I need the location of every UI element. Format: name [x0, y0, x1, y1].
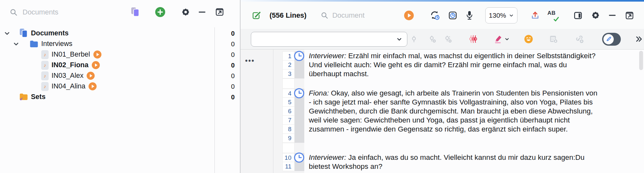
folder-icon: [30, 40, 38, 48]
segment-count: 0: [215, 81, 239, 92]
coding-toolbar: [241, 29, 644, 50]
audio-file-icon: ♪: [41, 71, 49, 80]
edit-document-button[interactable]: [252, 11, 261, 20]
tree-item-label: Sets: [31, 93, 45, 101]
document-browser-toolbar: (556 Lines) 130%: [241, 2, 644, 29]
tree-item-in03-alex[interactable]: ♪IN03_Alex: [0, 70, 214, 81]
code-add-button[interactable]: [428, 35, 436, 43]
line-numbers: 456789: [282, 89, 295, 143]
minimize-panel-button[interactable]: [198, 8, 206, 16]
tree-item-in02-fiona[interactable]: ♪IN02_Fiona: [0, 60, 214, 70]
new-document-button[interactable]: [131, 7, 140, 17]
tree-item-in01-berbel[interactable]: ♪IN01_Berbel: [0, 49, 214, 60]
new-document-icon: [131, 7, 140, 17]
paragraph-text[interactable]: Interviewer: Erzähl mir einfach mal, was…: [304, 51, 598, 78]
side-panel-icon: [573, 11, 582, 20]
sync-time-icon: [430, 10, 440, 20]
document-view: ••• 123Interviewer: Erzähl mir einfach m…: [241, 50, 644, 173]
timestamp-column: [295, 51, 304, 78]
minimize-browser-button[interactable]: [608, 11, 616, 19]
audio-file-icon: ♪: [41, 61, 49, 70]
link-add-button[interactable]: [575, 34, 584, 44]
segment-count: 0: [215, 28, 239, 39]
timestamp-clock-icon[interactable]: [294, 50, 305, 61]
chevron-down-icon[interactable]: [3, 30, 11, 37]
tree-item-interviews[interactable]: Interviews: [0, 39, 214, 49]
microphone-icon: [466, 11, 473, 20]
zoom-value: 130%: [489, 12, 506, 19]
documents-search: [10, 8, 117, 17]
audio-file-icon: ♪: [41, 82, 49, 91]
undock-panel-button[interactable]: [215, 7, 224, 16]
document-search-input[interactable]: [332, 11, 397, 20]
link-add-icon: [575, 34, 584, 44]
spellcheck-button[interactable]: AB: [547, 10, 558, 21]
upload-icon: [531, 11, 540, 20]
smart-coding-button[interactable]: [468, 35, 478, 43]
tree-item-in04-alina[interactable]: ♪IN04_Alina: [0, 81, 214, 92]
documents-icon: [19, 28, 28, 38]
paragraph-text[interactable]: Interviewer: Ja einfach, was du so macht…: [304, 153, 598, 171]
side-panel-button[interactable]: [573, 11, 582, 20]
tree-item-documents[interactable]: Documents: [0, 28, 214, 39]
edit-mode-toggle[interactable]: [602, 33, 621, 46]
line-number: 5: [282, 98, 295, 107]
undock-browser-button[interactable]: [625, 11, 634, 20]
chevrons-right-icon: [635, 35, 643, 43]
line-numbers: 123: [282, 51, 295, 78]
document-browser-panel: (556 Lines) 130%: [241, 0, 644, 173]
documents-search-input[interactable]: [22, 8, 117, 17]
vertical-scrollbar-thumb[interactable]: [639, 51, 643, 70]
segment-count: 0: [215, 39, 239, 49]
timestamp-clock-icon[interactable]: [294, 152, 305, 163]
zoom-dropdown[interactable]: 130%: [485, 7, 517, 23]
memo-add-icon: [549, 34, 558, 44]
add-button[interactable]: [155, 7, 166, 17]
chevron-down-icon[interactable]: [12, 41, 20, 48]
segment-count: 0: [215, 49, 239, 60]
search-icon: [321, 12, 328, 19]
paragraph-text[interactable]: Fiona: Okay, also wie gesagt, ich arbeit…: [304, 89, 598, 143]
export-button[interactable]: [531, 11, 540, 20]
play-icon[interactable]: [93, 50, 101, 59]
smart-coding-icon: [468, 35, 478, 43]
line-number: 1: [282, 51, 295, 60]
emoticode-button[interactable]: [524, 34, 533, 44]
play-icon[interactable]: [87, 72, 95, 80]
sync-media-button[interactable]: [430, 10, 440, 20]
code-in-vivo-button[interactable]: [444, 35, 452, 43]
open-in-new-icon: [625, 11, 634, 20]
segment-count: 0: [215, 60, 239, 70]
dictation-button[interactable]: [466, 11, 473, 20]
code-dropdown[interactable]: [251, 32, 407, 47]
minimize-icon: [198, 8, 206, 16]
memo-add-button[interactable]: [549, 34, 558, 44]
minimize-icon: [608, 11, 616, 19]
timestamp-column-empty: [295, 78, 304, 89]
tree-item-sets[interactable]: Sets: [0, 92, 214, 102]
document-system-panel: DocumentsInterviews♪IN01_Berbel♪IN02_Fio…: [0, 0, 240, 173]
empty-line: [304, 143, 598, 153]
highlight-button[interactable]: [494, 34, 510, 44]
line-number: 6: [282, 107, 295, 116]
browser-settings-button[interactable]: [591, 11, 600, 20]
paragraph: 123Interviewer: Erzähl mir einfach mal, …: [282, 51, 598, 78]
code-in-vivo-icon: [444, 35, 452, 43]
code-button[interactable]: [410, 35, 418, 43]
document-tree: DocumentsInterviews♪IN01_Berbel♪IN02_Fio…: [0, 28, 214, 102]
play-media-button[interactable]: [404, 11, 414, 20]
more-toolbar-options-button[interactable]: [635, 35, 643, 43]
timestamp-clock-icon[interactable]: [294, 88, 305, 99]
margin-more-dots[interactable]: •••: [245, 57, 255, 65]
speaker-name: Interviewer:: [309, 52, 346, 60]
play-icon[interactable]: [89, 82, 97, 90]
panel-settings-button[interactable]: [181, 7, 190, 17]
timestamps-button[interactable]: [448, 11, 457, 20]
gear-icon: [591, 11, 600, 20]
add-icon: [155, 7, 166, 17]
search-icon: [10, 8, 18, 16]
timestamp-column-empty: [295, 143, 304, 153]
highlighter-icon: [494, 34, 503, 44]
empty-line-cell: [282, 78, 295, 89]
play-icon[interactable]: [92, 61, 100, 69]
